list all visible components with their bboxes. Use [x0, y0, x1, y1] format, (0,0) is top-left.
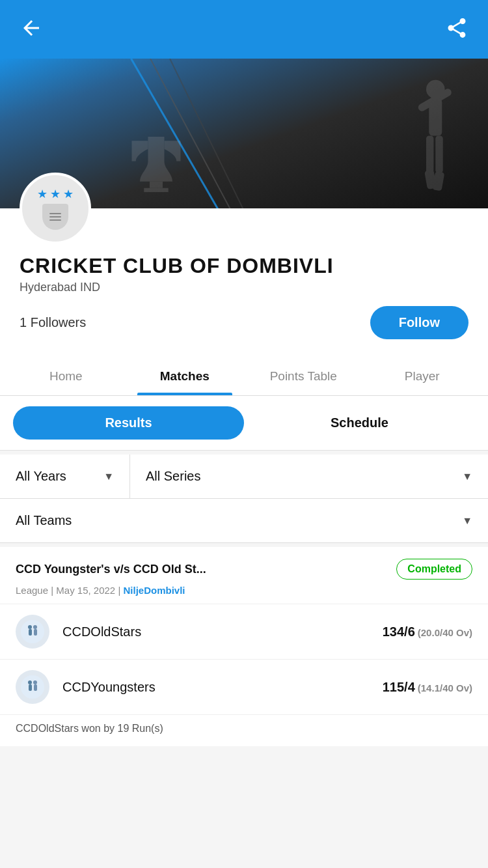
follow-button[interactable]: Follow	[370, 306, 468, 339]
sub-tab-schedule[interactable]: Schedule	[244, 406, 475, 440]
match-result: CCDOldStars won by 19 Run(s)	[0, 714, 488, 746]
svg-point-14	[21, 675, 44, 699]
club-info-section: ★ ★ ★ CRICKET CLUB OF DOMBIVLI Hyderabad…	[0, 208, 488, 355]
svg-rect-1	[144, 188, 169, 192]
match-meta: League | May 15, 2022 | NiljeDombivli	[0, 585, 488, 604]
star-1: ★	[37, 187, 47, 201]
team-score-2: 115/4(14.1/40 Ov)	[383, 680, 472, 695]
svg-point-10	[28, 625, 32, 629]
svg-rect-5	[426, 136, 433, 173]
team-score-1: 134/6(20.0/40 Ov)	[383, 624, 472, 639]
tab-points-table[interactable]: Points Table	[244, 355, 363, 395]
svg-point-12	[33, 625, 37, 629]
star-2: ★	[50, 187, 61, 201]
match-title: CCD Youngster's v/s CCD Old St...	[16, 563, 396, 576]
team-row-1: CCDOldStars 134/6(20.0/40 Ov)	[0, 604, 488, 659]
chevron-down-icon: ▼	[462, 515, 472, 527]
svg-rect-0	[150, 182, 163, 188]
teams-filter[interactable]: All Teams ▼	[0, 499, 488, 543]
sub-tab-results[interactable]: Results	[13, 406, 244, 440]
team-avatar-1	[16, 615, 49, 649]
svg-point-9	[21, 620, 44, 643]
svg-point-17	[33, 680, 37, 684]
filters-section: All Years ▼ All Series ▼ All Teams ▼	[0, 455, 488, 543]
svg-rect-6	[435, 136, 442, 173]
match-card[interactable]: CCD Youngster's v/s CCD Old St... Comple…	[0, 547, 488, 746]
club-shield	[42, 204, 68, 230]
back-button[interactable]	[20, 16, 43, 42]
chevron-down-icon: ▼	[462, 471, 472, 483]
share-button[interactable]	[445, 16, 468, 42]
match-series-link[interactable]: NiljeDombivli	[123, 585, 185, 596]
match-header: CCD Youngster's v/s CCD Old St... Comple…	[0, 547, 488, 585]
tab-player[interactable]: Player	[363, 355, 482, 395]
team-name-1: CCDOldStars	[62, 624, 383, 639]
club-logo: ★ ★ ★	[20, 173, 91, 244]
followers-count: 1 Followers	[20, 315, 86, 330]
tab-home[interactable]: Home	[7, 355, 126, 395]
star-3: ★	[63, 187, 74, 201]
tab-matches[interactable]: Matches	[126, 355, 245, 395]
team-avatar-2	[16, 670, 49, 704]
svg-point-15	[28, 680, 32, 684]
match-status-badge: Completed	[396, 559, 472, 580]
svg-rect-18	[34, 684, 37, 691]
years-filter[interactable]: All Years ▼	[0, 455, 130, 498]
header-bar	[0, 0, 488, 59]
team-row-2: CCDYoungsters 115/4(14.1/40 Ov)	[0, 659, 488, 714]
chevron-down-icon: ▼	[103, 471, 114, 483]
main-tabs: Home Matches Points Table Player	[0, 355, 488, 396]
svg-rect-16	[29, 684, 32, 691]
team-name-2: CCDYoungsters	[62, 680, 383, 695]
svg-rect-13	[34, 629, 37, 636]
series-filter[interactable]: All Series ▼	[130, 455, 488, 498]
club-location: Hyderabad IND	[20, 281, 468, 294]
club-name: CRICKET CLUB OF DOMBIVLI	[20, 254, 468, 278]
sub-tabs: Results Schedule	[0, 396, 488, 451]
svg-rect-11	[29, 629, 32, 636]
